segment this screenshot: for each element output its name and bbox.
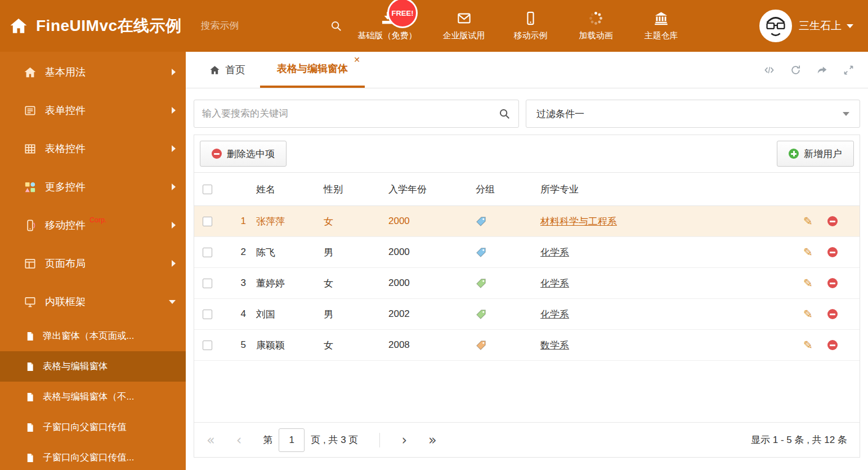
sidebar-subitem-popup-window[interactable]: 弹出窗体（本页面或... [0, 321, 186, 351]
sidebar-item-page-layout[interactable]: 页面布局 [0, 244, 186, 283]
sidebar-item-inline-frame[interactable]: 内联框架 [0, 283, 186, 321]
nav-item-mobile-demo[interactable]: 移动示例 [511, 11, 551, 41]
file-icon [25, 331, 35, 342]
col-header-major[interactable]: 所学专业 [535, 183, 803, 196]
cell-name: 陈飞 [250, 246, 318, 259]
sidebar-item-form-controls[interactable]: 表单控件 [0, 91, 186, 129]
nav-item-enterprise-trial[interactable]: 企业版试用 [443, 11, 485, 41]
filter-dropdown[interactable]: 过滤条件一 [526, 100, 860, 128]
major-link[interactable]: 化学系 [540, 278, 569, 289]
delete-icon[interactable] [827, 309, 838, 319]
table-row[interactable]: 5 康颖颖 女 2008 数学系 [194, 330, 860, 361]
table-row[interactable]: 2 陈飞 男 2000 化学系 [194, 237, 860, 268]
divider [379, 433, 380, 447]
app-logo[interactable]: FineUIMvc在线示例 [0, 15, 182, 37]
cell-year: 2000 [383, 247, 470, 258]
edit-icon[interactable] [803, 339, 813, 351]
file-icon [25, 361, 35, 372]
minus-circle-icon [212, 149, 222, 159]
row-checkbox[interactable] [203, 341, 212, 350]
edit-icon[interactable] [803, 216, 813, 227]
table-header-row: 姓名 性别 入学年份 分组 所学专业 [194, 172, 860, 206]
search-icon[interactable] [498, 108, 511, 120]
cell-gender: 女 [318, 339, 383, 352]
search-icon[interactable] [330, 20, 342, 32]
main-area: 首页 表格与编辑窗体 [186, 52, 868, 470]
tab-home[interactable]: 首页 [195, 52, 260, 88]
close-icon[interactable] [354, 56, 360, 64]
last-page-icon[interactable] [428, 433, 437, 447]
bank-icon [654, 11, 669, 26]
page-number-input[interactable] [279, 428, 305, 452]
cell-year: 2008 [383, 339, 470, 351]
grid-icon [24, 142, 37, 155]
user-menu[interactable]: 三生石上 [799, 19, 853, 33]
add-user-button[interactable]: 新增用户 [777, 141, 854, 167]
select-all-checkbox[interactable] [203, 185, 212, 194]
col-header-name[interactable]: 姓名 [250, 183, 318, 196]
major-link[interactable]: 数学系 [540, 340, 569, 351]
row-checkbox[interactable] [203, 310, 212, 319]
avatar[interactable] [759, 10, 792, 42]
mail-icon [457, 11, 472, 26]
sidebar-subitem-grid-edit-window-2[interactable]: 表格与编辑窗体（不... [0, 382, 186, 412]
cell-gender: 女 [318, 277, 383, 290]
cell-name: 康颖颖 [250, 339, 318, 352]
chevron-right-icon [172, 69, 176, 75]
sidebar-subitem-child-to-parent-2[interactable]: 子窗口向父窗口传值... [0, 442, 186, 470]
delete-icon[interactable] [827, 216, 838, 226]
nav-item-theme-repo[interactable]: 主题仓库 [642, 11, 681, 41]
delete-selected-button[interactable]: 删除选中项 [200, 141, 287, 167]
delete-icon[interactable] [827, 247, 838, 257]
major-link[interactable]: 化学系 [540, 247, 569, 258]
major-link[interactable]: 材料科学与工程系 [540, 216, 617, 227]
tag-icon [476, 340, 486, 351]
edit-icon[interactable] [803, 277, 813, 289]
page-label-before: 第 [263, 433, 272, 446]
col-header-group[interactable]: 分组 [470, 183, 535, 196]
share-icon[interactable] [816, 64, 828, 76]
sidebar-item-basic-usage[interactable]: 基本用法 [0, 53, 186, 91]
first-page-icon[interactable] [207, 433, 215, 447]
cell-year: 2000 [383, 216, 470, 227]
sidebar-item-mobile-controls[interactable]: 移动控件 Corp. [0, 206, 186, 244]
maximize-icon[interactable] [843, 64, 854, 76]
sidebar-subitem-grid-edit-window[interactable]: 表格与编辑窗体 [0, 351, 186, 382]
col-header-gender[interactable]: 性别 [318, 183, 383, 196]
next-page-icon[interactable] [401, 433, 407, 447]
sidebar-subitem-child-to-parent[interactable]: 子窗口向父窗口传值 [0, 412, 186, 442]
app-title: FineUIMvc在线示例 [36, 15, 182, 37]
row-checkbox[interactable] [203, 279, 212, 288]
table-row[interactable]: 3 董婷婷 女 2000 化学系 [194, 268, 860, 299]
tab-grid-edit-window[interactable]: 表格与编辑窗体 [260, 52, 365, 88]
table-row[interactable]: 4 刘国 男 2002 化学系 [194, 299, 860, 330]
delete-icon[interactable] [827, 340, 838, 350]
edit-icon[interactable] [803, 247, 813, 258]
cell-gender: 男 [318, 246, 383, 259]
refresh-icon[interactable] [790, 64, 802, 76]
sidebar-item-more-controls[interactable]: 更多控件 [0, 168, 186, 206]
cell-gender: 女 [318, 215, 383, 228]
keyword-search-input[interactable] [202, 108, 494, 119]
edit-icon[interactable] [803, 308, 813, 320]
major-link[interactable]: 化学系 [540, 309, 569, 320]
prev-page-icon[interactable] [236, 433, 242, 447]
delete-icon[interactable] [827, 278, 838, 288]
row-number: 5 [220, 339, 250, 351]
keyword-search [194, 100, 519, 128]
chevron-down-icon [847, 24, 853, 28]
cell-name: 张萍萍 [250, 215, 318, 228]
row-checkbox[interactable] [203, 248, 212, 257]
nav-item-loading-animation[interactable]: 加载动画 [576, 11, 616, 41]
table-row[interactable]: 1 张萍萍 女 2000 材料科学与工程系 [194, 206, 860, 237]
source-code-icon[interactable] [763, 64, 775, 76]
tag-icon [476, 309, 486, 320]
cell-name: 刘国 [250, 308, 318, 321]
sidebar-item-grid-controls[interactable]: 表格控件 [0, 129, 186, 168]
layout-icon [24, 257, 37, 270]
tag-icon [476, 278, 486, 289]
col-header-year[interactable]: 入学年份 [383, 183, 470, 196]
row-checkbox[interactable] [203, 217, 212, 226]
header-search-input[interactable] [201, 20, 325, 32]
grid-panel: 删除选中项 新增用户 姓名 性别 入学年份 分组 [194, 135, 860, 458]
